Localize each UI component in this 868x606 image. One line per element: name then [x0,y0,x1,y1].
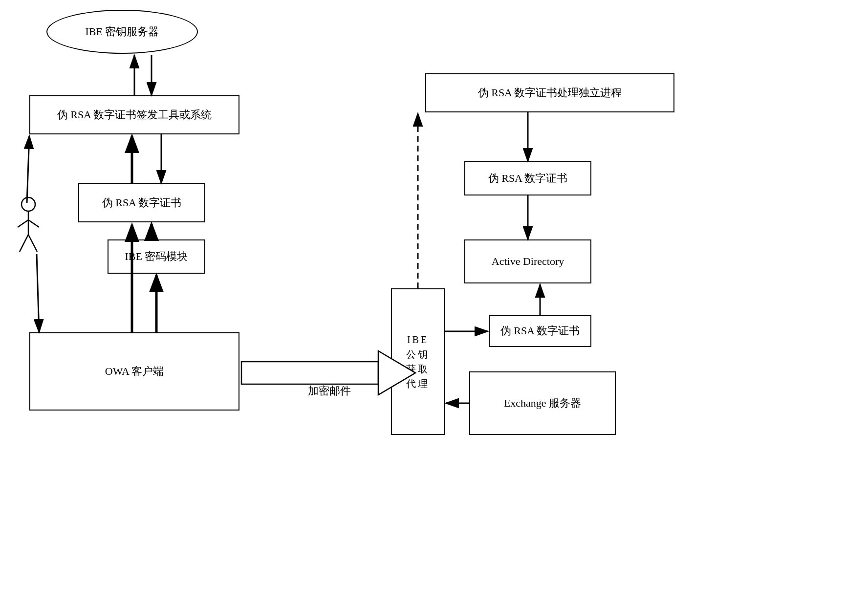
fake-rsa-cert-right-bot-box: 伪 RSA 数字证书 [489,315,591,347]
person-icon [14,195,43,259]
fake-rsa-cert-right-top-label: 伪 RSA 数字证书 [488,171,568,186]
encrypted-mail-label: 加密邮件 [308,384,351,398]
fake-rsa-process-box: 伪 RSA 数字证书处理独立进程 [425,73,674,112]
ibe-proxy-label: IBE公钥获取代理 [406,333,430,390]
owa-client-label: OWA 客户端 [105,364,164,379]
svg-rect-19 [241,362,378,384]
svg-point-0 [22,197,35,211]
ibe-key-server-box: IBE 密钥服务器 [46,10,198,54]
svg-line-18 [27,136,29,203]
svg-line-4 [20,235,28,252]
fake-rsa-cert-right-bot-label: 伪 RSA 数字证书 [500,324,580,339]
fake-rsa-cert-left-box: 伪 RSA 数字证书 [78,183,205,222]
fake-rsa-sign-box: 伪 RSA 数字证书签发工具或系统 [29,95,239,134]
svg-line-2 [18,220,28,227]
fake-rsa-sign-label: 伪 RSA 数字证书签发工具或系统 [57,108,212,123]
active-directory-label: Active Directory [492,254,564,269]
svg-line-5 [28,235,37,252]
fake-rsa-cert-right-top-box: 伪 RSA 数字证书 [464,161,591,195]
svg-line-17 [37,254,39,332]
active-directory-box: Active Directory [464,239,591,283]
diagram: IBE 密钥服务器 伪 RSA 数字证书签发工具或系统 伪 RSA 数字证书 I… [0,0,868,606]
svg-line-3 [28,220,39,227]
fake-rsa-process-label: 伪 RSA 数字证书处理独立进程 [478,86,622,101]
exchange-server-box: Exchange 服务器 [469,371,616,435]
ibe-crypto-module-label: IBE 密码模块 [125,249,188,264]
ibe-key-server-label: IBE 密钥服务器 [86,24,159,39]
exchange-server-label: Exchange 服务器 [504,396,581,411]
ibe-proxy-box: IBE公钥获取代理 [391,288,445,435]
owa-client-box: OWA 客户端 [29,332,239,411]
fake-rsa-cert-left-label: 伪 RSA 数字证书 [102,195,182,211]
ibe-crypto-module-box: IBE 密码模块 [108,239,205,274]
